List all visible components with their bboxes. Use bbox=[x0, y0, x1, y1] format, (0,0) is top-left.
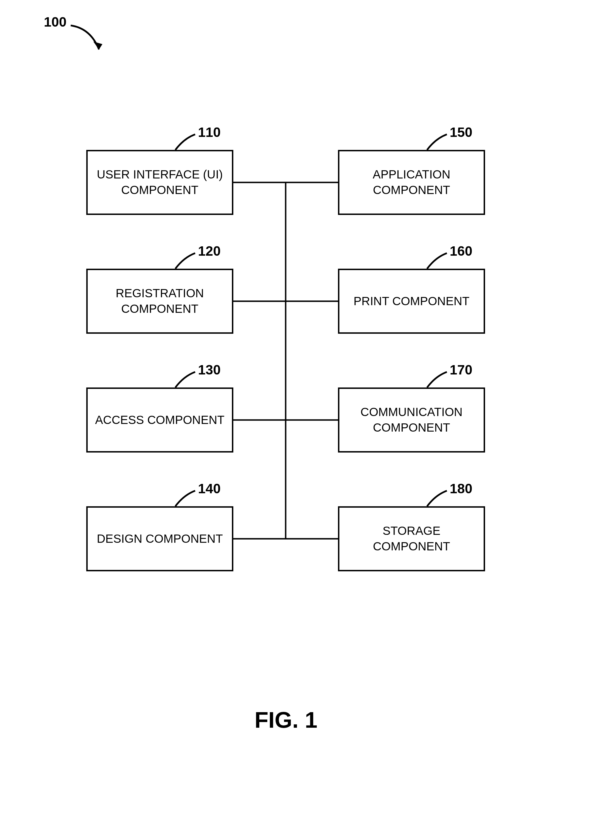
box-label: PRINT COMPONENT bbox=[353, 293, 469, 309]
figure-reference-label: 100 bbox=[44, 14, 66, 30]
box-print-component: PRINT COMPONENT bbox=[338, 269, 485, 334]
box-label: DESIGN COMPONENT bbox=[97, 531, 223, 547]
box-design-component: DESIGN COMPONENT bbox=[86, 506, 233, 571]
ref-num-150: 150 bbox=[450, 125, 472, 140]
box-storage-component: STORAGE COMPONENT bbox=[338, 506, 485, 571]
ref-num-110: 110 bbox=[198, 125, 221, 140]
box-label: COMMUNICATION COMPONENT bbox=[361, 405, 463, 435]
box-access-component: ACCESS COMPONENT bbox=[86, 387, 233, 453]
box-label: APPLICATION COMPONENT bbox=[373, 167, 450, 198]
box-label: STORAGE COMPONENT bbox=[373, 523, 450, 554]
ref-num-180: 180 bbox=[450, 481, 472, 496]
ref-num-160: 160 bbox=[450, 243, 472, 259]
box-communication-component: COMMUNICATION COMPONENT bbox=[338, 387, 485, 453]
ref-num-120: 120 bbox=[198, 243, 221, 259]
box-label: REGISTRATION COMPONENT bbox=[116, 286, 204, 317]
ref-num-170: 170 bbox=[450, 362, 472, 378]
svg-marker-0 bbox=[93, 42, 103, 50]
box-registration-component: REGISTRATION COMPONENT bbox=[86, 269, 233, 334]
box-label: ACCESS COMPONENT bbox=[95, 412, 224, 428]
box-application-component: APPLICATION COMPONENT bbox=[338, 150, 485, 215]
box-ui-component: USER INTERFACE (UI) COMPONENT bbox=[86, 150, 233, 215]
figure-caption: FIG. 1 bbox=[255, 707, 317, 733]
ref-num-130: 130 bbox=[198, 362, 221, 378]
box-label: USER INTERFACE (UI) COMPONENT bbox=[97, 167, 223, 198]
ref-num-140: 140 bbox=[198, 481, 221, 496]
